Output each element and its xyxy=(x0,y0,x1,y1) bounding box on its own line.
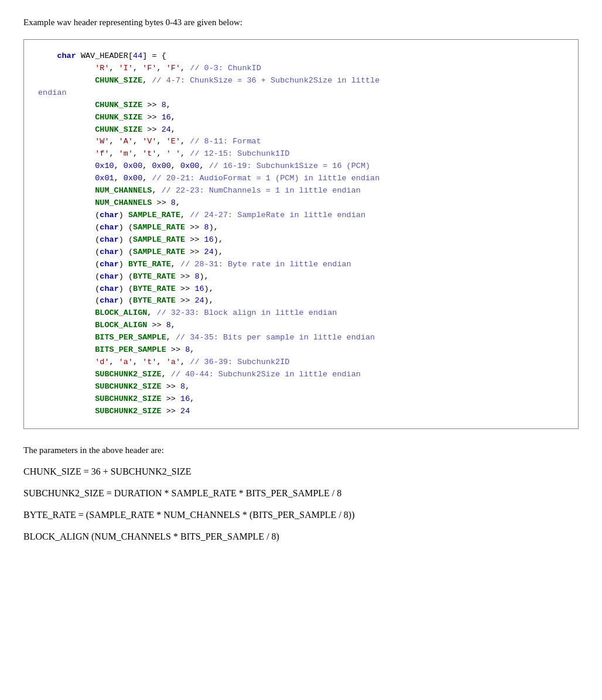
formula-4: BLOCK_ALIGN (NUM_CHANNELS * BITS_PER_SAM… xyxy=(23,529,579,544)
formula-3: BYTE_RATE = (SAMPLE_RATE * NUM_CHANNELS … xyxy=(23,507,579,523)
code-block: char WAV_HEADER[44] = { 'R', 'I', 'F', '… xyxy=(23,39,579,429)
formula-2: SUBCHUNK2_SIZE = DURATION * SAMPLE_RATE … xyxy=(23,485,579,501)
params-intro: The parameters in the above header are: xyxy=(23,445,579,455)
intro-text: Example wav header representing bytes 0-… xyxy=(23,18,579,28)
formula-1: CHUNK_SIZE = 36 + SUBCHUNK2_SIZE xyxy=(23,464,579,479)
formulas-container: CHUNK_SIZE = 36 + SUBCHUNK2_SIZE SUBCHUN… xyxy=(23,464,579,545)
